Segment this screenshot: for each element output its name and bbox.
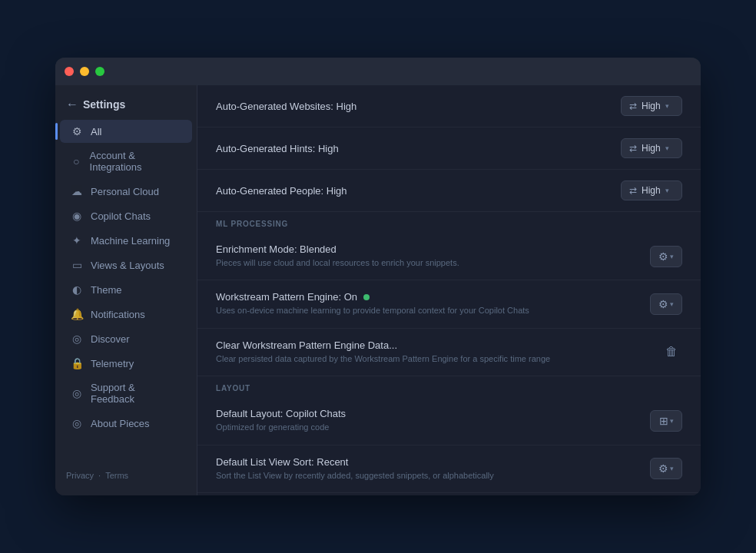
chevron-down-icon: ▾: [670, 417, 674, 425]
chevron-down-icon: ▾: [665, 187, 669, 194]
sync-icon: ⇄: [629, 185, 637, 196]
setting-info: Auto-Generated Hints: High: [216, 143, 608, 154]
dropdown-value: High: [642, 101, 661, 111]
chevron-down-icon: ▾: [670, 465, 674, 472]
setting-row-auto-gen-hints: Auto-Generated Hints: High ⇄ High ▾: [197, 127, 701, 170]
layout-header: LAYOUT: [197, 376, 701, 397]
sidebar-item-label: All: [91, 126, 101, 137]
sidebar-item-machine-learning[interactable]: ✦ Machine Learning: [60, 229, 192, 252]
ml-icon: ✦: [71, 234, 83, 247]
gear-icon: ⚙: [658, 250, 668, 263]
sidebar-item-label: About Pieces: [91, 418, 150, 429]
sidebar-item-label: Notifications: [91, 309, 145, 320]
sidebar-item-views-layouts[interactable]: ▭ Views & Layouts: [60, 253, 192, 276]
setting-desc: Uses on-device machine learning to provi…: [216, 305, 638, 316]
setting-control: ⇄ High ▾: [621, 138, 682, 158]
sidebar-item-label: Telemetry: [91, 358, 134, 369]
sidebar-footer: Privacy · Terms: [55, 463, 197, 488]
title-bar: [55, 58, 701, 85]
ml-processing-header: ML PROCESSING: [197, 212, 701, 233]
dropdown-value: High: [642, 185, 661, 196]
sidebar-item-label: Account & Integrations: [90, 150, 181, 173]
sidebar-item-telemetry[interactable]: 🔒 Telemetry: [60, 352, 192, 375]
about-icon: ◎: [71, 417, 83, 429]
back-button[interactable]: ← Settings: [55, 93, 197, 116]
dropdown-value: High: [642, 143, 661, 154]
setting-row-clear-workstream: Clear Workstream Pattern Engine Data... …: [197, 329, 701, 376]
footer-separator: ·: [98, 471, 101, 480]
auto-gen-websites-dropdown[interactable]: ⇄ High ▾: [621, 96, 682, 116]
setting-row-auto-gen-people: Auto-Generated People: High ⇄ High ▾: [197, 170, 701, 212]
terms-link[interactable]: Terms: [105, 471, 128, 480]
sidebar-title: Settings: [83, 98, 125, 111]
list-sort-btn[interactable]: ⚙ ▾: [650, 458, 682, 479]
enrichment-mode-btn[interactable]: ⚙ ▾: [650, 246, 682, 267]
default-layout-btn[interactable]: ⊞ ▾: [650, 410, 682, 432]
setting-desc: Optimized for generating code: [216, 422, 638, 433]
sidebar-item-label: Personal Cloud: [91, 186, 159, 197]
close-button[interactable]: [65, 67, 74, 76]
views-icon: ▭: [71, 259, 83, 271]
sidebar-item-theme[interactable]: ◐ Theme: [60, 278, 192, 301]
settings-panel: Auto-Generated Websites: High ⇄ High ▾ A…: [197, 85, 701, 495]
setting-title: Workstream Pattern Engine: On: [216, 291, 638, 303]
privacy-link[interactable]: Privacy: [66, 471, 94, 480]
chevron-down-icon: ▾: [670, 300, 674, 308]
sidebar-item-account[interactable]: ○ Account & Integrations: [60, 144, 192, 178]
setting-info: Clear Workstream Pattern Engine Data... …: [216, 339, 648, 365]
account-icon: ○: [71, 155, 82, 167]
minimize-button[interactable]: [80, 67, 89, 76]
notifications-icon: 🔔: [71, 308, 83, 320]
setting-control: ⇄ High ▾: [621, 96, 682, 116]
back-arrow-icon: ←: [66, 98, 78, 111]
setting-row-default-layout: Default Layout: Copilot Chats Optimized …: [197, 397, 701, 445]
theme-icon: ◐: [71, 283, 83, 296]
sidebar-item-personal-cloud[interactable]: ☁ Personal Cloud: [60, 180, 192, 203]
setting-row-auto-gen-websites: Auto-Generated Websites: High ⇄ High ▾: [197, 85, 701, 127]
sidebar-item-about[interactable]: ◎ About Pieces: [60, 412, 192, 435]
sidebar-item-discover[interactable]: ◎ Discover: [60, 327, 192, 350]
copilot-icon: ◉: [71, 210, 83, 222]
sidebar-item-copilot-chats[interactable]: ◉ Copilot Chats: [60, 204, 192, 227]
setting-title: Auto-Generated People: High: [216, 185, 608, 197]
setting-info: Workstream Pattern Engine: On Uses on-de…: [216, 291, 638, 316]
setting-info: Auto-Generated Websites: High: [216, 101, 608, 112]
setting-info: Default List View Sort: Recent Sort the …: [216, 456, 638, 482]
workstream-engine-btn[interactable]: ⚙ ▾: [650, 293, 682, 315]
sidebar-item-notifications[interactable]: 🔔 Notifications: [60, 303, 192, 326]
sidebar-item-label: Views & Layouts: [91, 260, 164, 271]
setting-desc: Sort the List View by recently added, su…: [216, 470, 638, 482]
sidebar-item-label: Support & Feedback: [91, 382, 181, 405]
auto-gen-people-dropdown[interactable]: ⇄ High ▾: [621, 180, 682, 200]
setting-info: Enrichment Mode: Blended Pieces will use…: [216, 243, 638, 269]
auto-gen-hints-dropdown[interactable]: ⇄ High ▾: [621, 138, 682, 158]
sidebar-item-support[interactable]: ◎ Support & Feedback: [60, 376, 192, 410]
setting-control: ⇄ High ▾: [621, 180, 682, 200]
setting-row-enrichment-mode: Enrichment Mode: Blended Pieces will use…: [197, 233, 701, 280]
status-dot: [363, 294, 370, 300]
setting-info: Auto-Generated People: High: [216, 185, 608, 197]
setting-control: 🗑: [661, 341, 682, 363]
setting-info: Default Layout: Copilot Chats Optimized …: [216, 408, 638, 433]
setting-row-list-sort: Default List View Sort: Recent Sort the …: [197, 445, 701, 493]
setting-row-gallery-sort: Default Gallery View Sort: Recent Sort t…: [197, 493, 701, 495]
sidebar-item-all[interactable]: ⚙ All: [60, 120, 192, 143]
sidebar-item-label: Discover: [91, 333, 130, 345]
discover-icon: ◎: [71, 333, 83, 345]
maximize-button[interactable]: [95, 67, 104, 76]
setting-title: Default List View Sort: Recent: [216, 456, 638, 468]
app-window: ← Settings ⚙ All ○ Account & Integration…: [55, 58, 701, 495]
telemetry-icon: 🔒: [71, 357, 83, 369]
delete-button[interactable]: 🗑: [661, 341, 682, 363]
layout-icon: ⊞: [659, 415, 668, 427]
sync-icon: ⇄: [629, 101, 637, 111]
setting-title: Enrichment Mode: Blended: [216, 243, 638, 255]
sidebar-item-label: Theme: [91, 284, 121, 296]
chevron-down-icon: ▾: [670, 253, 674, 260]
setting-title: Auto-Generated Websites: High: [216, 101, 608, 112]
setting-title: Clear Workstream Pattern Engine Data...: [216, 339, 648, 351]
sidebar-item-label: Copilot Chats: [91, 210, 151, 222]
setting-row-workstream-engine: Workstream Pattern Engine: On Uses on-de…: [197, 280, 701, 328]
chevron-down-icon: ▾: [665, 144, 669, 152]
setting-control: ⚙ ▾: [650, 293, 682, 315]
